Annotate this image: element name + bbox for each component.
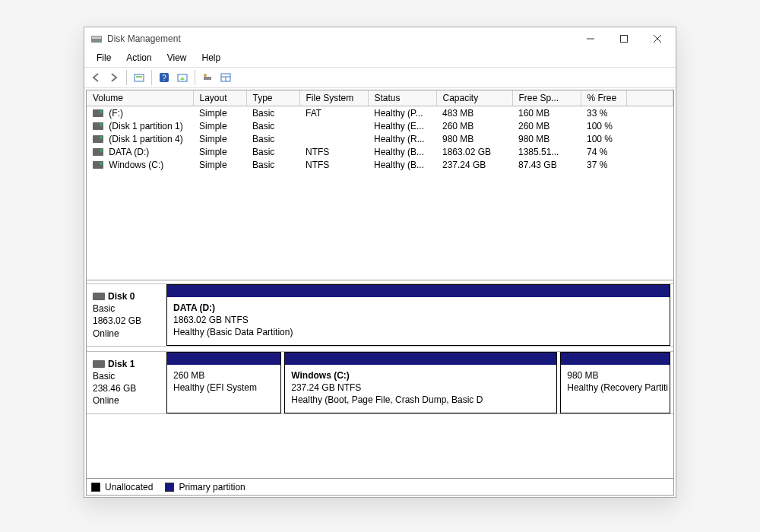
svg-rect-4	[621, 36, 628, 43]
partition[interactable]: 980 MBHealthy (Recovery Partiti	[560, 352, 670, 413]
forward-button[interactable]	[106, 69, 122, 86]
layout-icon	[220, 72, 231, 83]
partition-strip: 260 MBHealthy (EFI SystemWindows (C:)237…	[166, 352, 673, 413]
partition-info: 980 MBHealthy (Recovery Partiti	[561, 365, 670, 413]
legend: UnallocatedPrimary partition	[87, 478, 673, 495]
menu-help[interactable]: Help	[195, 50, 229, 67]
list-icon	[177, 72, 188, 83]
help-icon: ?	[159, 72, 169, 83]
svg-rect-12	[204, 77, 211, 80]
volume-row[interactable]: DATA (D:)SimpleBasicNTFSHealthy (B...186…	[87, 145, 673, 158]
drive-icon	[93, 148, 103, 156]
partition[interactable]: 260 MBHealthy (EFI System	[166, 352, 281, 413]
partition[interactable]: DATA (D:)1863.02 GB NTFSHealthy (Basic D…	[166, 284, 670, 346]
volume-row[interactable]: Windows (C:)SimpleBasicNTFSHealthy (B...…	[87, 158, 673, 171]
svg-point-2	[100, 40, 101, 42]
properties-button[interactable]	[199, 69, 216, 86]
partition-info: 260 MBHealthy (EFI System	[167, 365, 280, 413]
column-header[interactable]: Capacity	[436, 90, 512, 106]
volume-list-pane: VolumeLayoutTypeFile SystemStatusCapacit…	[87, 90, 673, 280]
disk-row: Disk 1Basic238.46 GBOnline260 MBHealthy …	[87, 351, 673, 414]
column-header[interactable]: Status	[368, 90, 436, 106]
partition[interactable]: Windows (C:)237.24 GB NTFSHealthy (Boot,…	[284, 352, 557, 413]
menu-action[interactable]: Action	[119, 50, 159, 67]
volume-row[interactable]: (Disk 1 partition 4)SimpleBasicHealthy (…	[87, 132, 673, 145]
help-button[interactable]: ?	[156, 69, 173, 86]
column-header[interactable]: % Free	[581, 90, 626, 106]
column-header[interactable]: Volume	[87, 90, 193, 106]
partition-color-bar	[167, 285, 670, 297]
titlebar: Disk Management	[84, 27, 676, 50]
drive-icon	[93, 109, 103, 117]
column-header[interactable]: File System	[299, 90, 368, 106]
refresh-icon	[134, 72, 144, 83]
app-icon	[90, 33, 103, 45]
toolbar: ?	[84, 67, 676, 88]
svg-rect-7	[135, 74, 144, 81]
maximize-button[interactable]	[607, 28, 641, 49]
menubar: File Action View Help	[84, 50, 676, 67]
settings-button[interactable]	[217, 69, 234, 86]
action-button[interactable]	[174, 69, 191, 86]
refresh-button[interactable]	[131, 69, 147, 86]
legend-label: Unallocated	[105, 482, 153, 492]
svg-point-13	[204, 74, 207, 77]
legend-swatch	[91, 483, 100, 492]
close-button[interactable]	[641, 28, 674, 49]
disk-graphical-pane: Disk 0Basic1863.02 GBOnlineDATA (D:)1863…	[87, 280, 673, 478]
window-title: Disk Management	[107, 33, 574, 44]
back-button[interactable]	[87, 69, 104, 86]
volume-row[interactable]: (Disk 1 partition 1)SimpleBasicHealthy (…	[87, 119, 673, 132]
volume-row[interactable]: (F:)SimpleBasicFATHealthy (P...483 MB160…	[87, 106, 673, 120]
svg-rect-8	[136, 76, 142, 78]
minimize-button[interactable]	[574, 28, 607, 49]
disk-icon	[93, 293, 105, 300]
partition-color-bar	[561, 353, 670, 365]
drive-icon	[93, 122, 103, 130]
disk-header[interactable]: Disk 0Basic1863.02 GBOnline	[87, 284, 166, 346]
disk-icon	[93, 360, 105, 368]
disk-row: Disk 0Basic1863.02 GBOnlineDATA (D:)1863…	[87, 283, 673, 347]
legend-label: Primary partition	[179, 482, 245, 492]
drive-icon	[93, 135, 103, 143]
partition-strip: DATA (D:)1863.02 GB NTFSHealthy (Basic D…	[166, 284, 673, 346]
arrow-left-icon	[90, 72, 101, 83]
partition-info: Windows (C:)237.24 GB NTFSHealthy (Boot,…	[285, 365, 556, 413]
partition-color-bar	[167, 353, 280, 365]
volume-table[interactable]: VolumeLayoutTypeFile SystemStatusCapacit…	[87, 90, 673, 171]
column-header[interactable]: Free Sp...	[512, 90, 581, 106]
partition-info: DATA (D:)1863.02 GB NTFSHealthy (Basic D…	[167, 297, 670, 345]
content-area: VolumeLayoutTypeFile SystemStatusCapacit…	[86, 90, 674, 496]
disk-header[interactable]: Disk 1Basic238.46 GBOnline	[87, 352, 166, 413]
menu-view[interactable]: View	[160, 50, 195, 67]
disk-management-window: Disk Management File Action View Help ?	[84, 27, 676, 498]
svg-rect-1	[92, 36, 101, 39]
arrow-right-icon	[109, 72, 119, 83]
drive-icon	[93, 161, 103, 169]
svg-text:?: ?	[162, 74, 166, 82]
partition-color-bar	[285, 353, 556, 365]
column-header[interactable]: Layout	[193, 90, 246, 106]
column-header[interactable]: Type	[246, 90, 299, 106]
legend-swatch	[165, 483, 174, 492]
menu-file[interactable]: File	[89, 50, 119, 67]
properties-icon	[202, 72, 213, 83]
